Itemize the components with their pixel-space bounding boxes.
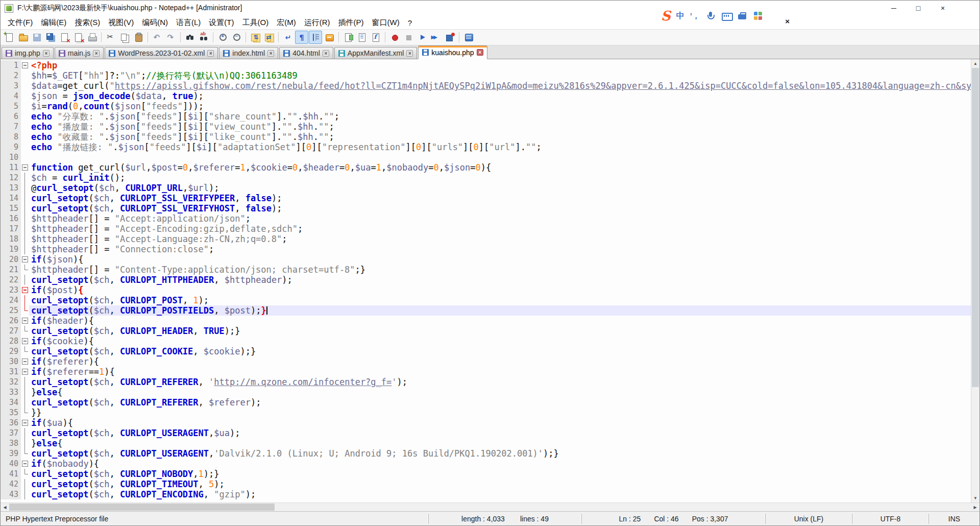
tab-main.js[interactable]: main.js× — [55, 47, 104, 59]
code-line[interactable]: curl_setopt($ch, CURLOPT_POSTFIELDS, $po… — [29, 305, 971, 316]
menu-item-tools[interactable]: 工具(O) — [238, 17, 273, 29]
menu-item-edit[interactable]: 编辑(E) — [37, 17, 70, 29]
sync-vertical-scroll-button[interactable] — [249, 31, 262, 44]
code-line[interactable]: curl_setopt($ch, CURLOPT_HTTPHEADER, $ht… — [29, 275, 971, 285]
code-line[interactable]: <?php — [29, 60, 971, 70]
zoom-in-button[interactable] — [216, 31, 229, 44]
code-line[interactable]: $data=get_curl("https://apissl.gifshow.c… — [29, 81, 971, 91]
code-line[interactable]: echo "播放链接: ".$json["feeds"][$i]["adapta… — [29, 142, 971, 152]
code-line[interactable]: if($post){ — [29, 285, 971, 295]
status-insert-mode[interactable]: INS — [928, 514, 979, 524]
scroll-left-icon[interactable]: ◀ — [1, 503, 9, 511]
code-line[interactable]: echo "收藏量: ".$json["feeds"][$i]["like_co… — [29, 132, 971, 142]
document-map-button[interactable] — [341, 31, 355, 44]
tab-index.html[interactable]: index.html× — [219, 47, 278, 59]
tab-close-icon[interactable]: × — [477, 49, 483, 56]
fold-marker[interactable] — [21, 356, 29, 367]
menu-item-view[interactable]: 视图(V) — [104, 17, 138, 29]
code-line[interactable]: @curl_setopt($ch, CURLOPT_URL,$url); — [29, 183, 971, 193]
code-line[interactable]: if($json){ — [29, 254, 971, 265]
menu-item-encoding[interactable]: 编码(N) — [138, 17, 172, 29]
code-line[interactable]: if($cookie){ — [29, 336, 971, 346]
menu-item-help[interactable]: ? — [404, 17, 416, 28]
fold-marker[interactable] — [21, 418, 29, 428]
show-indent-guide-button[interactable] — [309, 31, 322, 44]
paste-button[interactable] — [132, 31, 145, 44]
code-line[interactable]: function get_curl($url,$post=0,$referer=… — [29, 162, 971, 173]
sync-horizontal-scroll-button[interactable] — [262, 31, 276, 44]
status-encoding[interactable]: UTF-8 — [852, 514, 928, 524]
new-file-button[interactable] — [3, 31, 16, 44]
scroll-up-icon[interactable]: ▲ — [971, 59, 979, 68]
code-line[interactable]: $httpheader[] = "Accept:application/json… — [29, 213, 971, 224]
code-line[interactable]: echo "分享数: ".$json["feeds"][$i]["share_c… — [29, 111, 971, 122]
tab-close-icon[interactable]: × — [267, 50, 274, 57]
code-line[interactable]: curl_setopt($ch, CURLOPT_TIMEOUT, 5); — [29, 479, 971, 489]
menu-item-run[interactable]: 运行(R) — [300, 17, 334, 29]
fold-marker[interactable] — [21, 336, 29, 346]
ime-chinese-mode-icon[interactable]: 中 — [676, 11, 684, 21]
tab-close-icon[interactable]: × — [43, 50, 50, 57]
ime-skin-icon[interactable] — [753, 11, 763, 21]
run-macro-multiple-times-button[interactable] — [429, 31, 443, 44]
code-line[interactable]: if($header){ — [29, 316, 971, 326]
secondary-close-icon[interactable]: × — [782, 17, 793, 26]
tab-404.html[interactable]: 404.html× — [279, 47, 333, 59]
ime-punctuation-icon[interactable]: ’， — [690, 11, 700, 21]
code-line[interactable]: $httpheader[] = "Accept-Language:zh-CN,z… — [29, 234, 971, 244]
menu-item-file[interactable]: 文件(F) — [4, 17, 37, 29]
fold-marker[interactable] — [21, 254, 29, 265]
menu-item-macro[interactable]: 宏(M) — [273, 17, 300, 29]
code-line[interactable]: $i=rand(0,count($json["feeds"])); — [29, 101, 971, 111]
code-line[interactable]: }} — [29, 408, 971, 418]
code-line[interactable]: $httpheader[] = "Content-Type:applicatio… — [29, 265, 971, 275]
code-line[interactable]: if($referer==1){ — [29, 367, 971, 377]
fold-marker[interactable] — [21, 285, 29, 295]
code-line[interactable]: $httpheader[] = "Accept-Encoding:gzip,de… — [29, 224, 971, 234]
code-line[interactable]: $ch = curl_init(); — [29, 173, 971, 183]
document-list-button[interactable] — [355, 31, 369, 44]
code-line[interactable]: }else{ — [29, 438, 971, 448]
code-line[interactable]: curl_setopt($ch, CURLOPT_USERAGENT,$ua); — [29, 428, 971, 438]
folder-as-workspace-button[interactable] — [462, 31, 475, 44]
code-line[interactable]: curl_setopt($ch, CURLOPT_REFERER, 'http:… — [29, 377, 971, 387]
print-button[interactable] — [85, 31, 99, 44]
ime-keyboard-icon[interactable] — [721, 11, 731, 21]
play-macro-button[interactable] — [415, 31, 429, 44]
code-line[interactable]: }else{ — [29, 387, 971, 397]
menu-item-window[interactable]: 窗口(W) — [368, 17, 403, 29]
fold-marker[interactable] — [21, 162, 29, 173]
code-line[interactable]: curl_setopt($ch, CURLOPT_COOKIE, $cookie… — [29, 346, 971, 356]
tab-close-icon[interactable]: × — [207, 50, 214, 57]
fold-marker[interactable] — [21, 459, 29, 469]
vertical-scrollbar[interactable]: ▲ ▼ — [971, 59, 979, 503]
tab-img.php[interactable]: img.php× — [2, 47, 54, 59]
code-line[interactable]: curl_setopt($ch, CURLOPT_NOBODY,1);} — [29, 469, 971, 479]
tab-close-icon[interactable]: × — [406, 50, 413, 57]
close-button[interactable]: × — [930, 1, 955, 16]
menu-item-language[interactable]: 语言(L) — [172, 17, 205, 29]
code-line[interactable]: curl_setopt($ch, CURLOPT_SSL_VERIFYPEER,… — [29, 193, 971, 203]
code-line[interactable]: curl_setopt($ch, CURLOPT_USERAGENT,'Dalv… — [29, 448, 971, 459]
fold-marker[interactable] — [21, 316, 29, 326]
code-line[interactable] — [29, 152, 971, 162]
tab-close-icon[interactable]: × — [323, 50, 329, 57]
show-all-characters-button[interactable] — [295, 31, 308, 44]
copy-button[interactable] — [118, 31, 131, 44]
close-all-button[interactable] — [71, 31, 85, 44]
sogou-logo-icon[interactable]: S — [661, 9, 671, 22]
save-file-button[interactable] — [30, 31, 43, 44]
word-wrap-button[interactable] — [281, 31, 295, 44]
code-line[interactable]: $httpheader[] = "Connection:close"; — [29, 244, 971, 254]
horizontal-scrollbar-thumb[interactable] — [9, 504, 275, 511]
horizontal-scrollbar[interactable]: ◀ ▶ — [1, 503, 979, 511]
code-line[interactable]: curl_setopt($ch, CURLOPT_REFERER, $refer… — [29, 397, 971, 408]
code-line[interactable]: echo "播放量: ".$json["feeds"][$i]["view_co… — [29, 122, 971, 132]
editor[interactable]: 1<?php2$hh=$_GET["hh"]?:"\n";//换行符号(默认\n… — [1, 59, 979, 503]
menu-item-settings[interactable]: 设置(T) — [205, 17, 238, 29]
find-button[interactable] — [183, 31, 197, 44]
zoom-out-button[interactable] — [230, 31, 243, 44]
code-line[interactable]: curl_setopt($ch, CURLOPT_SSL_VERIFYHOST,… — [29, 203, 971, 213]
stop-macro-button[interactable] — [402, 31, 415, 44]
fold-marker[interactable] — [21, 60, 29, 70]
